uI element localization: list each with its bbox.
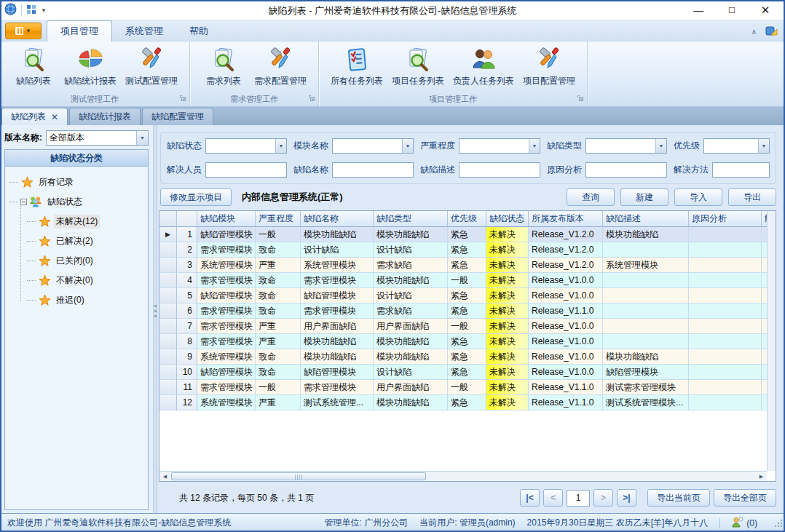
grid-horizontal-scrollbar[interactable]: ◀ ▶ [159, 471, 767, 481]
tree-item-wont-fix[interactable]: 不解决(0) [9, 271, 145, 290]
minimize-button[interactable]: — [682, 0, 715, 20]
filter-select-priority[interactable]: ▼ [703, 138, 770, 154]
collapse-node-icon[interactable] [20, 199, 27, 205]
doc-tab-defect-stats-report[interactable]: 缺陷统计报表 [69, 108, 141, 125]
chevron-down-icon[interactable]: ▼ [758, 139, 769, 153]
table-row[interactable]: ▶1缺陷管理模块一般模块功能缺陷模块功能缺陷紧急未解决Release_V1.2.… [159, 227, 767, 242]
table-row[interactable]: 8需求管理模块严重模块功能缺陷模块功能缺陷紧急未解决Release_V1.0.0 [159, 334, 767, 349]
table-row[interactable]: 4需求管理模块致命需求管理模块模块功能缺陷一般未解决Release_V1.0.0 [159, 273, 767, 288]
grid-cell-defect-name: 缺陷管理模块 [301, 365, 374, 380]
table-row[interactable]: 9系统管理模块致命模块功能缺陷模块功能缺陷紧急未解决Release_V1.0.0… [159, 349, 767, 365]
grid-cell-defect-name: 系统管理模块 [301, 258, 374, 273]
export-button[interactable]: 导出 [728, 188, 776, 206]
last-page-button[interactable]: >| [617, 489, 636, 507]
maximize-button[interactable]: ☐ [715, 0, 749, 20]
version-select[interactable]: 全部版本 ▼ [46, 130, 149, 146]
tree-item-closed[interactable]: 已关闭(0) [9, 251, 145, 271]
filter-input-defect-desc[interactable] [459, 162, 540, 178]
doc-tab-defect-list[interactable]: 缺陷列表✕ [1, 108, 68, 125]
query-button[interactable]: 查询 [567, 188, 615, 206]
scroll-right-icon[interactable]: ▶ [756, 472, 767, 481]
ribbon-button-project-config-mgmt[interactable]: 项目配置管理 [518, 44, 580, 92]
ribbon-button-all-tasks-list[interactable]: 所有任务列表 [326, 44, 387, 92]
ribbon-button-requirement-list[interactable]: 需求列表 [197, 44, 250, 92]
export-all-pages-button[interactable]: 导出全部页 [714, 489, 776, 507]
chevron-down-icon[interactable]: ▼ [529, 139, 540, 153]
ribbon-tab-help[interactable]: 帮助 [176, 20, 221, 41]
ribbon-button-requirement-config-mgmt[interactable]: 需求配置管理 [250, 44, 311, 92]
grid-vertical-scrollbar[interactable] [767, 211, 776, 471]
tree-item-all-records[interactable]: 所有记录 [9, 172, 145, 192]
scroll-left-icon[interactable]: ◀ [159, 472, 170, 481]
dialog-launcher-icon[interactable] [577, 94, 584, 104]
tree-item-resolved[interactable]: 已解决(2) [9, 231, 145, 251]
prev-page-button[interactable]: < [543, 489, 563, 507]
chevron-down-icon[interactable]: ▼ [275, 139, 286, 153]
filter-select-defect-type[interactable]: ▼ [585, 138, 667, 154]
ribbon-button-defect-stats-report[interactable]: 缺陷统计报表 [60, 44, 121, 92]
grid-header-description[interactable]: 缺陷描述 [603, 211, 689, 227]
ribbon-button-defect-list[interactable]: 缺陷列表 [7, 44, 60, 92]
tree-item-defect-status[interactable]: 缺陷状态 [9, 192, 145, 212]
ribbon-tab-system-management[interactable]: 系统管理 [112, 20, 176, 41]
filter-input-cause-analysis[interactable] [585, 162, 667, 178]
filter-select-defect-status[interactable]: ▼ [205, 138, 287, 154]
close-button[interactable]: ✕ [749, 0, 782, 20]
current-system-label: 内部信息管理系统(正常) [242, 191, 343, 204]
table-row[interactable]: 12系统管理模块严重测试系统管理...模块功能缺陷紧急未解决Release_V1… [159, 395, 767, 410]
ribbon-button-project-tasks-list[interactable]: 项目任务列表 [387, 44, 449, 92]
table-row[interactable]: 5缺陷管理模块致命缺陷管理模块设计缺陷紧急未解决Release_V1.0.0 [159, 288, 767, 303]
page-number-input[interactable] [567, 490, 590, 507]
dialog-launcher-icon[interactable] [308, 94, 315, 104]
grid-header-solution[interactable]: 解决方法 [762, 211, 767, 227]
table-row[interactable]: 11需求管理模块一般需求管理模块用户界面缺陷一般未解决Release_V1.1.… [159, 380, 767, 395]
ribbon-group-caption: 项目管理工作 [319, 94, 587, 105]
ribbon-tab-project-management[interactable]: 项目管理 [47, 20, 112, 41]
resize-grip-icon[interactable] [774, 519, 783, 530]
grid-cell-severity: 严重 [256, 334, 301, 349]
ribbon-help-icon[interactable] [765, 25, 778, 39]
table-row[interactable]: 10缺陷管理模块致命缺陷管理模块设计缺陷紧急未解决Release_V1.0.0缺… [159, 365, 767, 380]
filter-input-resolver[interactable] [205, 162, 287, 178]
export-current-page-button[interactable]: 导出当前页 [647, 489, 710, 507]
filter-input-defect-name[interactable] [332, 162, 414, 178]
grid-cell-defect-type: 模块功能缺陷 [374, 273, 448, 288]
doc-tab-defect-config-mgmt[interactable]: 缺陷配置管理 [142, 108, 213, 125]
grid-header-status[interactable]: 缺陷状态 [486, 211, 529, 227]
grid-header-priority[interactable]: 优先级 [448, 211, 486, 227]
table-row[interactable]: 6需求管理模块致命需求管理模块需求缺陷紧急未解决Release_V1.1.0 [159, 303, 767, 319]
grid-header-cause[interactable]: 原因分析 [689, 211, 762, 227]
grid-header-release[interactable]: 所属发布版本 [529, 211, 603, 227]
app-menu-button[interactable]: ▼ [5, 23, 42, 39]
grid-header-severity[interactable]: 严重程度 [256, 211, 301, 227]
table-row[interactable]: 2需求管理模块致命设计缺陷设计缺陷紧急未解决Release_V1.2.0 [159, 242, 767, 258]
ribbon-button-owner-tasks-list[interactable]: 负责人任务列表 [449, 44, 518, 92]
scrollbar-thumb[interactable] [171, 472, 426, 480]
import-button[interactable]: 导入 [674, 188, 722, 206]
online-user-icon[interactable] [732, 517, 743, 530]
dialog-launcher-icon[interactable] [179, 94, 186, 104]
next-page-button[interactable]: > [593, 489, 613, 507]
filter-select-severity[interactable]: ▼ [459, 138, 540, 154]
tree-item-unresolved[interactable]: 未解决(12) [9, 212, 145, 231]
grid-header-defect-type[interactable]: 缺陷类型 [374, 211, 448, 227]
row-number-cell: 9 [177, 349, 197, 365]
tree-item-postponed[interactable]: 推迟(0) [9, 290, 145, 310]
first-page-button[interactable]: |< [520, 489, 540, 507]
grid-header-module[interactable]: 缺陷模块 [197, 211, 256, 227]
modify-display-button[interactable]: 修改显示项目 [160, 188, 232, 206]
grid-header-defect-name[interactable]: 缺陷名称 [301, 211, 374, 227]
ribbon-collapse-icon[interactable]: ∧ [752, 28, 757, 36]
grid-cell-description [603, 273, 689, 288]
table-row[interactable]: 3系统管理模块严重系统管理模块需求缺陷紧急未解决Release_V1.2.0系统… [159, 258, 767, 273]
filter-input-solution[interactable] [712, 162, 770, 178]
chevron-down-icon[interactable]: ▼ [136, 131, 148, 145]
close-tab-icon[interactable]: ✕ [51, 112, 58, 122]
new-button[interactable]: 新建 [620, 188, 668, 206]
grid-cell-release: Release_V1.0.0 [529, 365, 603, 380]
chevron-down-icon[interactable]: ▼ [655, 139, 666, 153]
filter-select-module-name[interactable]: ▼ [332, 138, 414, 154]
table-row[interactable]: 7需求管理模块严重用户界面缺陷用户界面缺陷一般未解决Release_V1.0.0 [159, 319, 767, 334]
chevron-down-icon[interactable]: ▼ [402, 139, 413, 153]
ribbon-button-test-config-mgmt[interactable]: 测试配置管理 [121, 44, 182, 92]
